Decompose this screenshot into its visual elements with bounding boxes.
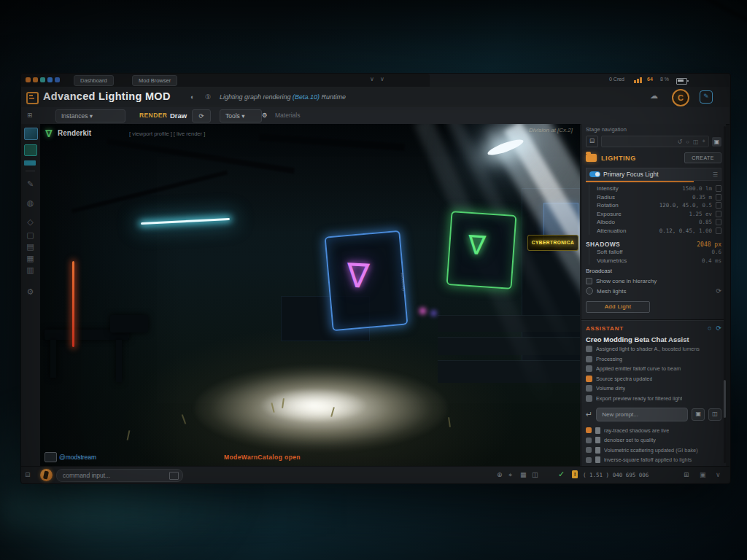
visibility-toggle[interactable] <box>589 171 600 177</box>
checkbox[interactable] <box>586 278 592 284</box>
shadow-row[interactable]: Volumetrics0.4 ms <box>589 257 721 265</box>
attach-button[interactable]: ▣ <box>692 408 705 421</box>
property-value[interactable]: 1500.0 lm <box>682 185 712 192</box>
panel-rows-icon[interactable]: ▥ <box>24 264 36 276</box>
cloud-icon[interactable]: ☁ <box>650 91 658 101</box>
materials-label[interactable]: Materials <box>275 112 300 119</box>
property-value[interactable]: 0.35 m <box>692 194 712 201</box>
property-row[interactable]: Attenuation0.12, 0.45, 1.00 <box>589 227 721 236</box>
assistant-status-icon[interactable]: ○ <box>708 324 711 332</box>
tune-icon[interactable]: ⚙ <box>262 112 268 119</box>
expand-chevron-icon[interactable]: ∨ <box>716 471 721 478</box>
command-input[interactable]: command input... <box>56 469 183 482</box>
radio-label: Mesh lights <box>597 288 626 295</box>
stream-link[interactable]: @modstream <box>59 454 96 461</box>
battery-icon <box>676 78 687 85</box>
circle-icon[interactable]: ○ <box>686 139 689 145</box>
property-row[interactable]: Albedo0.85 <box>589 218 721 227</box>
window-dot-4[interactable] <box>47 77 53 82</box>
radio-button[interactable] <box>586 287 593 295</box>
property-value[interactable]: 120.0, 45.0, 0.5 <box>659 202 712 209</box>
tools-dropdown[interactable]: Tools ▾ <box>220 109 262 122</box>
split-icon[interactable]: ◫ <box>532 471 538 478</box>
grid-icon[interactable]: ▦ <box>520 471 527 478</box>
globe-icon[interactable]: ◍ <box>24 197 36 209</box>
contrast-icon[interactable]: ◐ <box>190 93 194 101</box>
annotate-pen-icon[interactable]: ✎ <box>700 90 713 104</box>
lock-icon[interactable] <box>716 228 721 234</box>
grid-blocks-icon[interactable]: ▦ <box>24 252 36 264</box>
cube-icon[interactable]: ▢ <box>24 229 36 241</box>
window-dot-2[interactable] <box>33 77 38 82</box>
message-text: Assigned light to shader A., boosted lum… <box>596 346 700 352</box>
instances-dropdown[interactable]: Instances ▾ <box>55 109 125 122</box>
status-user-avatar[interactable] <box>40 469 53 481</box>
copy-icon[interactable]: ◫ <box>693 139 699 145</box>
add-light-button[interactable]: Add Light <box>586 301 650 313</box>
lock-icon[interactable] <box>716 211 721 217</box>
create-button[interactable]: CREATE <box>684 152 721 163</box>
dock-icon[interactable]: ⊟ <box>25 471 31 478</box>
log-text: denoiser set to quality <box>604 437 656 443</box>
teal-bar-icon[interactable] <box>24 160 36 166</box>
property-row[interactable]: Rotation120.0, 45.0, 0.5 <box>589 201 721 210</box>
panel-filter-bar[interactable]: ↺ ○ ◫ ⌖ <box>601 136 709 147</box>
shadow-row[interactable]: Soft falloff0.6 <box>589 248 721 257</box>
panel-mode-button[interactable]: ▣ <box>712 137 721 147</box>
render-mode-label[interactable]: RENDER <box>139 112 167 119</box>
rotate-view-button[interactable]: ⟳ <box>192 109 211 122</box>
tab-dashboard[interactable]: Dashboard <box>74 75 114 86</box>
settings-gear-icon[interactable]: ⚙ <box>24 286 36 298</box>
frame-icon[interactable]: ▣ <box>700 471 706 478</box>
target-icon[interactable]: ⌖ <box>702 138 705 145</box>
lock-icon[interactable] <box>716 219 721 225</box>
assistant-message: Applied emitter falloff curve to beam <box>586 365 721 373</box>
property-row[interactable]: Intensity1500.0 lm <box>589 184 721 193</box>
lock-icon[interactable] <box>716 194 721 201</box>
target-icon[interactable]: ⌖ <box>508 471 512 479</box>
green-app-icon[interactable] <box>24 144 37 156</box>
shadow-value[interactable]: 0.4 ms <box>702 257 721 264</box>
radio-row[interactable]: Mesh lights⟳ <box>586 287 721 295</box>
refresh-icon[interactable]: ⟳ <box>716 287 721 295</box>
assistant-sync-icon[interactable]: ⟳ <box>716 324 721 332</box>
collapse-chevron-icon[interactable]: ∨ <box>380 76 384 82</box>
lock-icon[interactable] <box>716 185 721 192</box>
profile-thumbnail-icon[interactable] <box>24 128 38 140</box>
shield-icon[interactable]: ◇ <box>24 216 36 228</box>
tab-mod-browser[interactable]: Mod Browser <box>132 75 177 86</box>
layout-grid-icon[interactable]: ⊞ <box>27 112 32 119</box>
undo-icon[interactable]: ↺ <box>677 139 682 145</box>
property-row[interactable]: Radius0.35 m <box>589 193 721 202</box>
window-dot-1[interactable] <box>26 77 31 82</box>
panel-scrollbar-thumb[interactable] <box>724 380 726 418</box>
window-dot-5[interactable] <box>55 77 60 82</box>
snapshot-icon[interactable] <box>44 452 57 462</box>
scene-neon-text-sign: CYBERTRONICA <box>527 235 578 251</box>
hierarchy-icon[interactable]: ⊟ <box>586 136 598 147</box>
doc-icon <box>595 427 600 434</box>
prompt-input[interactable] <box>596 408 688 421</box>
edit-pen-icon[interactable]: ✎ <box>24 178 36 190</box>
collapse-chevron-icon[interactable]: ∨ <box>370 76 374 82</box>
selected-light-item[interactable]: Primary Focus Light ☰ <box>586 168 721 181</box>
layers-icon[interactable]: ▤ <box>24 241 36 252</box>
window-dot-3[interactable] <box>40 77 45 82</box>
send-button[interactable]: ◫ <box>708 408 721 421</box>
user-avatar[interactable]: C <box>672 89 689 106</box>
property-value[interactable]: 1.25 ev <box>689 211 712 217</box>
layout-icon[interactable]: ⊞ <box>684 471 689 478</box>
add-icon[interactable]: ⊕ <box>497 471 503 478</box>
checkbox-row[interactable]: Show cone in hierarchy <box>586 276 721 285</box>
shadows-value[interactable]: 2048 px <box>697 241 721 248</box>
item-menu-icon[interactable]: ☰ <box>713 171 718 178</box>
shadow-value[interactable]: 0.6 <box>711 249 721 255</box>
property-value[interactable]: 0.85 <box>699 219 712 225</box>
info-icon[interactable]: ① <box>205 93 211 101</box>
warning-badge-icon[interactable]: ! <box>572 470 578 478</box>
property-row[interactable]: Exposure1.25 ev <box>589 210 721 219</box>
viewport-3d[interactable]: ∇ Gnoseone ∇ CYBERTRONICA ∇ Renderkit [ … <box>40 124 580 466</box>
draw-mode-label[interactable]: Draw <box>170 112 187 120</box>
property-value[interactable]: 0.12, 0.45, 1.00 <box>659 228 712 234</box>
lock-icon[interactable] <box>716 202 721 209</box>
